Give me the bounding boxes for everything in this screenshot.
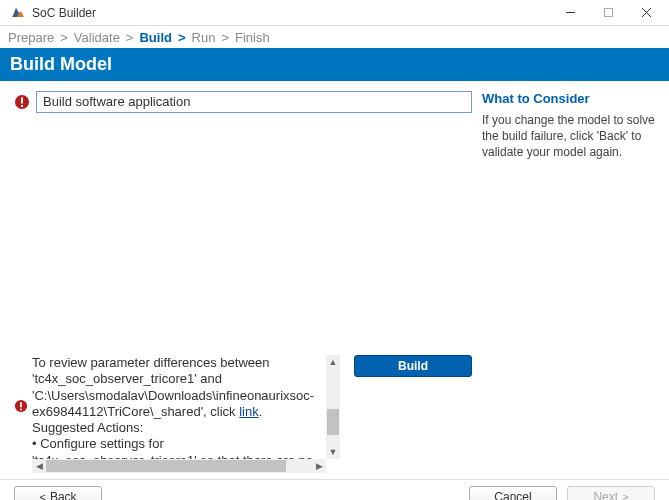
scroll-thumb[interactable] <box>327 409 339 435</box>
breadcrumb-step-run: Run <box>192 30 216 45</box>
hscroll-thumb[interactable] <box>46 460 286 472</box>
svg-rect-9 <box>20 409 22 411</box>
build-status-field: Build software application <box>36 91 472 113</box>
window-title: SoC Builder <box>32 6 551 20</box>
chevron-left-icon: < <box>39 491 45 501</box>
minimize-button[interactable] <box>551 1 589 25</box>
back-button[interactable]: <Back <box>14 486 102 501</box>
maximize-button[interactable] <box>589 1 627 25</box>
breadcrumb-step-build: Build <box>139 30 172 45</box>
message-link[interactable]: link <box>239 404 259 419</box>
help-heading: What to Consider <box>482 91 657 106</box>
scroll-up-icon[interactable]: ▲ <box>326 355 340 369</box>
title-bar: SoC Builder <box>0 0 669 26</box>
breadcrumb-step-finish: Finish <box>235 30 270 45</box>
chevron-right-icon: > <box>622 491 628 501</box>
next-button: Next> <box>567 486 655 501</box>
app-logo-icon <box>10 5 26 21</box>
breadcrumb-step-validate: Validate <box>74 30 120 45</box>
main-panel: Build software application To review par… <box>0 81 476 479</box>
close-button[interactable] <box>627 1 665 25</box>
svg-rect-6 <box>21 105 23 107</box>
help-panel: What to Consider If you change the model… <box>476 81 669 479</box>
scroll-left-icon[interactable]: ◀ <box>32 459 46 473</box>
build-button[interactable]: Build <box>354 355 472 377</box>
svg-rect-8 <box>20 402 22 407</box>
page-title: Build Model <box>0 48 669 81</box>
footer: <Back Cancel Next> <box>0 479 669 500</box>
breadcrumb-step-prepare: Prepare <box>8 30 54 45</box>
scroll-right-icon[interactable]: ▶ <box>312 459 326 473</box>
help-body: If you change the model to solve the bui… <box>482 112 657 161</box>
message-box: To review parameter differences between … <box>32 355 340 473</box>
vertical-scrollbar[interactable]: ▲ ▼ <box>326 355 340 459</box>
cancel-button[interactable]: Cancel <box>469 486 557 501</box>
message-error-icon <box>14 399 28 413</box>
breadcrumb: Prepare> Validate> Build> Run> Finish <box>0 26 669 48</box>
horizontal-scrollbar[interactable]: ◀ ▶ <box>32 459 326 473</box>
message-text: To review parameter differences between … <box>32 355 326 459</box>
svg-rect-5 <box>21 98 23 104</box>
svg-rect-1 <box>604 9 612 17</box>
error-icon <box>14 94 30 110</box>
scroll-down-icon[interactable]: ▼ <box>326 445 340 459</box>
